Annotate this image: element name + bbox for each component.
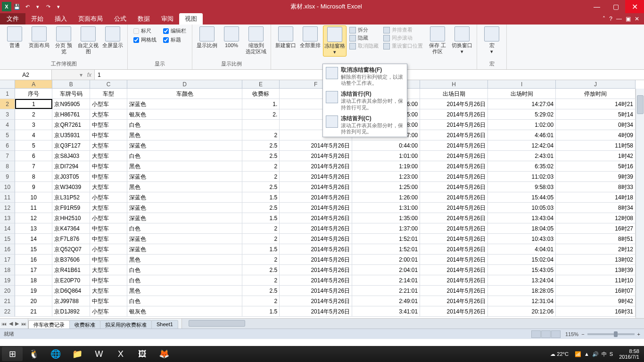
cell[interactable]: 9:58:03 <box>488 182 556 192</box>
cell[interactable]: 2014年5月26日 <box>420 203 488 213</box>
sheet-tabs[interactable]: 停车收费记录收费标准拟采用的收费标准Sheet1 <box>28 319 178 329</box>
hundred-percent-button[interactable]: 100% <box>220 25 243 49</box>
close-button[interactable]: ✕ <box>625 0 644 13</box>
header-cell[interactable]: 序号 <box>15 89 52 99</box>
cell[interactable]: 大型车 <box>90 265 127 275</box>
cell[interactable]: 13时02 <box>556 255 636 264</box>
cell[interactable]: 2 <box>15 109 52 119</box>
cell[interactable]: 2014年5月26日 <box>280 172 352 181</box>
cell[interactable]: 18:28:05 <box>488 286 556 296</box>
cell[interactable]: 京S8J403 <box>52 151 90 161</box>
system-tray[interactable]: ☁ 22°C 📶▲🔊中S 8:58 2016/7/1 <box>550 348 642 360</box>
cell[interactable]: 13 <box>15 223 52 233</box>
ribbon-minimize-icon[interactable]: ˄ <box>603 16 605 22</box>
cell[interactable]: 2.5 <box>242 203 280 213</box>
cell[interactable]: 黑色 <box>127 130 242 140</box>
cell[interactable]: 京QR7261 <box>52 120 90 130</box>
cell[interactable]: 黑色 <box>127 286 242 296</box>
cell[interactable]: 2 <box>242 275 280 285</box>
cell[interactable]: 1.5 <box>242 192 280 202</box>
arrange-all-button[interactable]: 全部重排 <box>298 25 322 49</box>
cell[interactable]: 2014年5月26日 <box>420 296 488 306</box>
undo-icon[interactable]: ↶ <box>23 2 32 11</box>
save-icon[interactable]: 💾 <box>12 2 22 11</box>
header-cell[interactable]: 出场日期 <box>420 89 488 99</box>
cell[interactable]: 15:02:04 <box>488 255 556 264</box>
cell[interactable]: 中型车 <box>90 255 127 264</box>
cell[interactable]: 15:44:05 <box>488 192 556 202</box>
cell[interactable]: 1.5 <box>242 306 280 316</box>
zoom-slider[interactable] <box>587 333 635 335</box>
taskbar-app-icon[interactable]: 🦊 <box>154 347 174 361</box>
custom-views-button[interactable]: 自定义视图 <box>76 25 100 56</box>
cell[interactable]: 2 <box>242 296 280 306</box>
cell[interactable]: 黑色 <box>127 255 242 264</box>
cell[interactable]: 2014年5月26日 <box>420 213 488 223</box>
cell[interactable]: 2014年5月26日 <box>280 192 352 202</box>
cell[interactable]: 黑色 <box>127 161 242 171</box>
new-window-button[interactable]: 新建窗口 <box>274 25 297 49</box>
cell[interactable]: 2.5 <box>242 151 280 161</box>
cell[interactable]: 9 <box>15 182 52 192</box>
cell[interactable]: 小型车 <box>90 213 127 223</box>
cell[interactable]: 深蓝色 <box>127 203 242 213</box>
cell[interactable]: 1:31:00 <box>352 203 420 213</box>
cell[interactable]: 1 <box>15 99 52 109</box>
cell[interactable]: 京K47364 <box>52 223 90 233</box>
ribbon-tab[interactable]: 页面布局 <box>73 13 108 25</box>
qat-customize-icon[interactable]: ▾ <box>54 2 63 11</box>
zoom-button[interactable]: 显示比例 <box>195 25 219 49</box>
row-header[interactable]: 3 <box>0 109 15 120</box>
cell[interactable]: 京B37606 <box>52 255 90 264</box>
minimize-button[interactable]: — <box>587 0 606 13</box>
cell[interactable]: 中型车 <box>90 234 127 244</box>
freeze-panes-menu[interactable]: 取消冻结窗格(F)解除所有行和列锁定，以滚动整个工作表。 冻结首行(R)滚动工作… <box>322 64 407 137</box>
row-header[interactable]: 6 <box>0 140 15 151</box>
cell[interactable]: 京L31P52 <box>52 192 90 202</box>
cell[interactable]: 5:29:02 <box>488 109 556 119</box>
save-workspace-button[interactable]: 保存 工作区 <box>426 25 449 56</box>
cell[interactable]: 中型车 <box>90 172 127 181</box>
cell[interactable]: 2014年5月26日 <box>280 306 352 316</box>
cell[interactable]: 2014年5月26日 <box>420 192 488 202</box>
header-cell[interactable]: 出场时间 <box>488 89 556 99</box>
cell[interactable]: 深蓝色 <box>127 192 242 202</box>
cell[interactable]: 京E20P70 <box>52 275 90 285</box>
header-cell[interactable]: 停放时间 <box>556 89 636 99</box>
cell[interactable]: 2014年5月26日 <box>420 182 488 192</box>
cell[interactable]: 银灰色 <box>127 109 242 119</box>
cell[interactable]: 12时08 <box>556 213 636 223</box>
row-headers[interactable]: 12345678910111213141516171819202122 <box>0 89 15 317</box>
cell[interactable]: 深蓝色 <box>127 99 242 109</box>
cell[interactable]: 20 <box>15 296 52 306</box>
cell[interactable]: 17 <box>15 265 52 275</box>
header-cell[interactable]: 收费标 <box>242 89 280 99</box>
cell[interactable]: 2 <box>242 255 280 264</box>
scrollbar-thumb[interactable] <box>637 95 644 114</box>
cell[interactable]: 3:41:01 <box>352 306 420 316</box>
cell[interactable]: 2 <box>242 223 280 233</box>
cell[interactable]: 2014年5月26日 <box>420 99 488 109</box>
taskbar-app-icon[interactable]: W <box>89 347 109 361</box>
normal-view-button[interactable]: 普通 <box>3 25 26 49</box>
cell[interactable]: 2 <box>242 161 280 171</box>
cell[interactable]: 11:02:03 <box>488 172 556 181</box>
cell[interactable]: 1:19:00 <box>352 161 420 171</box>
row-header[interactable]: 21 <box>0 296 15 306</box>
cell[interactable]: 2.5 <box>242 265 280 275</box>
column-header[interactable]: E <box>242 80 280 88</box>
ribbon-tab[interactable]: 审阅 <box>156 13 179 25</box>
cell[interactable]: 13时39 <box>556 265 636 275</box>
column-header[interactable]: A <box>15 80 52 88</box>
cell[interactable]: 2:49:01 <box>352 296 420 306</box>
cell[interactable]: 京D1J892 <box>52 306 90 316</box>
row-header[interactable]: 15 <box>0 234 15 244</box>
cell[interactable]: 1时42 <box>556 151 636 161</box>
cell[interactable]: 京Q52Q07 <box>52 244 90 254</box>
ruler-checkbox[interactable]: 标尺 <box>133 27 157 34</box>
cell[interactable]: 6 <box>15 151 52 161</box>
ribbon-tab[interactable]: 插入 <box>49 13 73 25</box>
page-layout-button[interactable]: 页面布局 <box>27 25 51 49</box>
horizontal-scrollbar[interactable] <box>182 319 644 329</box>
cell[interactable]: 5时16 <box>556 161 636 171</box>
